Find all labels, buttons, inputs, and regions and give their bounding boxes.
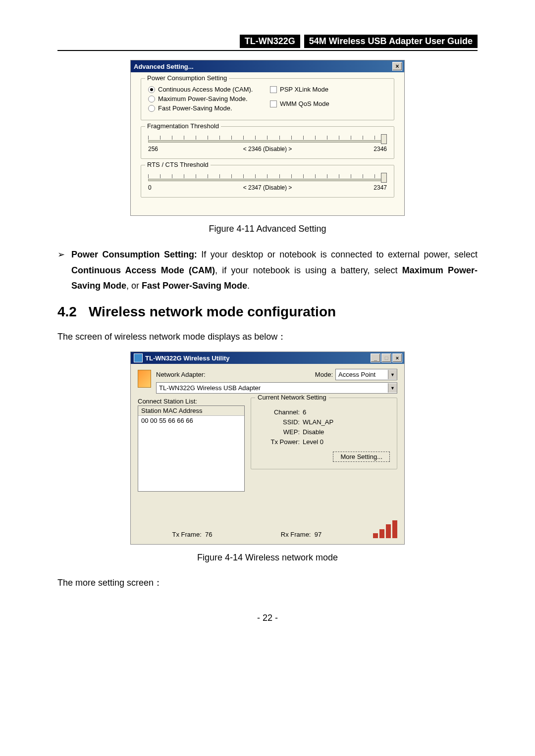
checkbox-label: PSP XLink Mode	[280, 86, 328, 93]
slider-max-label: 2346	[357, 146, 387, 152]
radio-max-power-saving[interactable]: Maximum Power-Saving Mode.	[148, 95, 265, 102]
mode-value: Access Point	[338, 371, 375, 378]
tx-frame-value: 76	[205, 531, 212, 538]
slider-value-label: < 2347 (Disable) >	[178, 184, 357, 191]
radio-label: Fast Power-Saving Mode.	[158, 104, 232, 112]
wep-label: WEP:	[258, 428, 303, 436]
power-consumption-group: Power Consumption Setting Continuous Acc…	[141, 78, 394, 120]
wep-value: Disable	[303, 428, 324, 436]
paragraph-intro: The screen of wireless network mode disp…	[57, 330, 478, 344]
rts-slider[interactable]	[148, 173, 387, 184]
section-4-2-heading: 4.2 Wireless network mode configuration	[57, 304, 478, 320]
checkbox-psp-xlink[interactable]: PSP XLink Mode	[270, 86, 387, 93]
ssid-value: WLAN_AP	[303, 418, 333, 426]
figure-caption-2: Figure 4-14 Wireless network mode	[57, 553, 478, 563]
station-list[interactable]: Station MAC Address 00 00 55 66 66 66	[138, 405, 245, 492]
adapter-value: TL-WN322G Wireless USB Adapter	[159, 384, 261, 392]
slider-thumb-icon[interactable]	[381, 134, 387, 144]
close-icon[interactable]: ×	[392, 353, 402, 362]
station-list-header: Station MAC Address	[138, 406, 244, 416]
app-small-icon	[134, 353, 143, 362]
dialog-title: Advanced Setting...	[134, 63, 194, 70]
slider-min-label: 256	[148, 146, 178, 152]
more-setting-button[interactable]: More Setting...	[333, 452, 390, 462]
chevron-down-icon: ▼	[388, 383, 397, 393]
bold2: Continuous Access Mode (CAM)	[71, 265, 215, 275]
tx-frame-label: Tx Frame:	[172, 531, 202, 538]
radio-cam[interactable]: Continuous Access Mode (CAM).	[148, 86, 265, 93]
station-list-item[interactable]: 00 00 55 66 66 66	[138, 416, 244, 425]
close-icon[interactable]: ×	[392, 62, 402, 71]
t4: .	[247, 281, 250, 291]
page-number: - 22 -	[57, 613, 478, 623]
group-legend: RTS / CTS Threshold	[145, 161, 211, 168]
bold4: Fast Power-Saving Mode	[142, 281, 247, 291]
checkbox-wmm-qos[interactable]: WMM QoS Mode	[270, 100, 387, 107]
section-number: 4.2	[57, 304, 77, 320]
radio-label: Maximum Power-Saving Mode.	[158, 95, 248, 102]
dialog-titlebar[interactable]: Advanced Setting... ×	[131, 60, 404, 72]
radio-icon	[148, 105, 155, 112]
page-header: TL-WN322G 54M Wireless USB Adapter User …	[57, 35, 478, 51]
model-badge: TL-WN322G	[240, 35, 300, 48]
mode-label: Mode:	[315, 371, 333, 378]
slider-value-label: < 2346 (Disable) >	[178, 146, 357, 152]
slider-max-label: 2347	[357, 184, 387, 191]
bullet-icon: ➢	[57, 247, 71, 294]
group-legend: Fragmentation Threshold	[145, 122, 221, 130]
t2: , if your notebook is using a battery, s…	[215, 265, 402, 275]
slider-thumb-icon[interactable]	[381, 173, 387, 183]
channel-value: 6	[303, 408, 306, 416]
t3: , or	[126, 281, 142, 291]
channel-label: Channel:	[258, 408, 303, 416]
chevron-down-icon: ▼	[388, 370, 397, 379]
radio-icon	[148, 96, 155, 102]
power-consumption-bullet: ➢ Power Consumption Setting: If your des…	[57, 247, 478, 294]
advanced-setting-dialog: Advanced Setting... × Power Consumption …	[130, 60, 405, 216]
connect-station-list-label: Connect Station List:	[138, 398, 245, 405]
txpower-label: Tx Power:	[258, 438, 303, 446]
wireless-utility-dialog: TL-WN322G Wireless Utility _ □ × Network…	[130, 352, 405, 545]
fragmentation-slider[interactable]	[148, 135, 387, 146]
bullet-lead-bold: Power Consumption Setting:	[71, 250, 197, 259]
slider-min-label: 0	[148, 184, 178, 191]
rx-frame-label: Rx Frame:	[281, 531, 311, 538]
network-adapter-label: Network Adapter:	[156, 371, 206, 378]
radio-fast-power-saving[interactable]: Fast Power-Saving Mode.	[148, 104, 265, 112]
signal-strength-icon	[373, 520, 397, 538]
adapter-dropdown[interactable]: TL-WN322G Wireless USB Adapter ▼	[156, 382, 397, 394]
maximize-icon[interactable]: □	[381, 353, 391, 362]
dialog-title: TL-WN322G Wireless Utility	[145, 354, 229, 362]
checkbox-icon	[270, 86, 277, 93]
rts-cts-threshold-group: RTS / CTS Threshold 0	[141, 165, 394, 198]
txpower-value: Level 0	[303, 438, 323, 446]
paragraph-more-setting: The more setting screen：	[57, 576, 478, 590]
rx-frame-stat: Rx Frame: 97	[247, 531, 356, 538]
ssid-label: SSID:	[258, 418, 303, 426]
fragmentation-threshold-group: Fragmentation Threshold 2	[141, 126, 394, 159]
checkbox-label: WMM QoS Mode	[280, 100, 329, 107]
bullet-text: Power Consumption Setting: If your deskt…	[71, 247, 478, 294]
current-network-group: Current Network Setting Channel: 6 SSID:…	[251, 398, 397, 469]
radio-label: Continuous Access Mode (CAM).	[158, 86, 253, 93]
guide-title: 54M Wireless USB Adapter User Guide	[304, 35, 478, 48]
section-title: Wireless network mode configuration	[89, 304, 336, 320]
t1: If your desktop or notebook is connected…	[197, 250, 478, 259]
mode-dropdown[interactable]: Access Point ▼	[335, 369, 397, 380]
app-logo-icon	[138, 370, 151, 388]
dialog-titlebar[interactable]: TL-WN322G Wireless Utility _ □ ×	[131, 352, 404, 364]
radio-icon	[148, 86, 155, 93]
minimize-icon[interactable]: _	[371, 353, 380, 362]
group-legend: Current Network Setting	[255, 394, 329, 401]
checkbox-icon	[270, 101, 277, 107]
rx-frame-value: 97	[315, 531, 321, 538]
group-legend: Power Consumption Setting	[145, 74, 229, 82]
figure-caption-1: Figure 4-11 Advanced Setting	[57, 224, 478, 234]
tx-frame-stat: Tx Frame: 76	[138, 531, 247, 538]
